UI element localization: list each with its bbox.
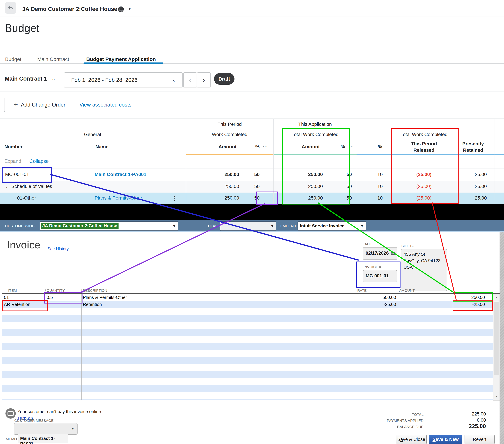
save-close-label-rest: ve & Close bbox=[403, 437, 425, 442]
column-menu-icon-2[interactable]: ⋯ bbox=[349, 143, 354, 149]
row-retained: 25.00 bbox=[444, 172, 487, 177]
customer-message-label: CUSTOMER MESSAGE bbox=[14, 419, 54, 423]
tab-main-contract[interactable]: Main Contract bbox=[37, 56, 69, 62]
select-caret-icon: ▼ bbox=[270, 224, 274, 228]
scroll-down-button[interactable]: ▼ bbox=[493, 393, 499, 400]
period-selector-value: Feb 1, 2026 - Feb 28, 2026 bbox=[71, 77, 138, 83]
save-new-button[interactable]: Save & New bbox=[429, 435, 462, 444]
row-number: 01-Other bbox=[17, 195, 36, 201]
customer-header-title: JA Demo Customer 2:Coffee House bbox=[22, 6, 117, 12]
row-tp-pct: 50 bbox=[243, 184, 260, 189]
window-scrollbar[interactable] bbox=[500, 232, 504, 444]
customer-job-dropdown[interactable]: JA Demo Customer 2:Coffee House ▼ bbox=[40, 221, 178, 231]
table-row-schedule-of-values[interactable]: ⌄ Schedule of Values 250.00 50 250.00 50… bbox=[0, 181, 504, 192]
page-title: Budget bbox=[5, 22, 39, 34]
header-dropdown-caret-icon[interactable]: ▾ bbox=[128, 6, 131, 11]
scroll-up-button[interactable]: ▲ bbox=[493, 294, 499, 301]
description-cell[interactable]: Plans & Permits-Other bbox=[83, 295, 127, 300]
rate-cell[interactable]: 500.00 bbox=[359, 295, 396, 300]
template-label: TEMPLATE bbox=[278, 224, 297, 228]
column-header-pct-3: % bbox=[366, 144, 394, 150]
active-tab-underline bbox=[84, 63, 163, 64]
row-name-link[interactable]: Main Contract 1-PA001 bbox=[95, 172, 146, 177]
plus-icon: + bbox=[14, 101, 18, 108]
invoice-number-field[interactable]: MC-001-01 bbox=[363, 270, 397, 282]
period-caret-icon: ⌄ bbox=[172, 77, 177, 83]
contract-selector[interactable]: Main Contract 1 bbox=[5, 75, 47, 82]
bill-to-field[interactable]: 456 Any St AnyCity, CA 94123 USA bbox=[401, 249, 447, 291]
kebab-menu-icon[interactable]: ⋮ bbox=[172, 195, 178, 202]
column-menu-icon-1[interactable]: ⋯ bbox=[263, 143, 268, 149]
items-header-amount: AMOUNT bbox=[399, 289, 415, 292]
row-retained: 25.00 bbox=[444, 184, 487, 189]
scrollbar-thumb[interactable] bbox=[494, 302, 499, 375]
calendar-icon[interactable]: ▦ bbox=[391, 251, 395, 256]
save-close-button[interactable]: Save & Close bbox=[396, 435, 427, 444]
column-header-amount-2: Amount bbox=[270, 144, 320, 150]
select-caret-icon: ▼ bbox=[173, 224, 176, 228]
template-dropdown[interactable]: Intuit Service Invoice ▼ bbox=[298, 221, 366, 231]
expand-collapse-separator: | bbox=[25, 158, 27, 164]
item-cell[interactable]: 01 bbox=[4, 295, 9, 300]
item-cell[interactable]: AR Retention bbox=[4, 302, 30, 307]
tab-budget[interactable]: Budget bbox=[5, 56, 21, 62]
app-icon-button[interactable] bbox=[5, 2, 16, 14]
customer-job-label: CUSTOMER:JOB bbox=[5, 224, 35, 228]
row-pct: 10 bbox=[366, 184, 394, 189]
tab-budget-payment-application[interactable]: Budget Payment Application bbox=[86, 56, 156, 62]
view-associated-costs-link[interactable]: View associated costs bbox=[79, 102, 131, 108]
online-payment-note: Your customer can't pay this invoice onl… bbox=[18, 409, 101, 414]
group-header-general: General bbox=[0, 132, 185, 137]
add-change-order-button[interactable]: + Add Change Order bbox=[4, 98, 75, 112]
table-row-line-item-selected[interactable]: 01-Other Plans & Permits-Other ⋮ 250.00 … bbox=[0, 192, 504, 204]
period-selector[interactable]: Feb 1, 2026 - Feb 28, 2026 ⌄ bbox=[64, 72, 182, 87]
grid-scrollbar[interactable]: ▲ ▼ bbox=[493, 293, 500, 400]
chevron-down-icon[interactable]: ⌄ bbox=[5, 183, 9, 189]
previous-period-button[interactable]: ‹ bbox=[183, 72, 197, 87]
row-ta-amount: 250.00 bbox=[273, 195, 323, 201]
row-ta-pct: 50 bbox=[335, 195, 352, 201]
expand-link[interactable]: Expand bbox=[4, 158, 21, 164]
item-row-2[interactable]: AR Retention Retention -25.00 -25.00 bbox=[2, 301, 493, 308]
items-grid[interactable]: 01 0.5 Plans & Permits-Other 500.00 250.… bbox=[2, 293, 493, 400]
screen: JA Demo Customer 2:Coffee House ▾ Budget… bbox=[0, 0, 504, 444]
select-caret-icon: ▼ bbox=[360, 224, 364, 228]
row-ta-amount: 250.00 bbox=[273, 184, 323, 189]
this-period-underline bbox=[186, 154, 273, 155]
amount-cell[interactable]: 250.00 bbox=[447, 295, 485, 300]
date-value: 02/17/2026 bbox=[366, 251, 389, 256]
see-history-link[interactable]: See History bbox=[48, 246, 69, 251]
customer-message-dropdown[interactable]: ▼ bbox=[14, 423, 77, 435]
sub-header-work-completed: Work Completed bbox=[186, 132, 273, 137]
chevron-right-icon: › bbox=[202, 76, 205, 84]
row-released: (25.00) bbox=[396, 184, 451, 189]
bill-to-line1: 456 Any St bbox=[404, 252, 425, 257]
chevron-left-icon: ‹ bbox=[189, 76, 191, 84]
column-header-pct-2: % bbox=[330, 144, 345, 150]
row-ta-amount: 250.00 bbox=[273, 172, 323, 177]
contract-selector-caret-icon[interactable]: ⌄ bbox=[52, 76, 55, 82]
row-pct: 10 bbox=[366, 172, 394, 177]
item-row-1[interactable]: 01 0.5 Plans & Permits-Other 500.00 250.… bbox=[2, 294, 493, 301]
row-ta-pct: 50 bbox=[335, 184, 352, 189]
amount-cell[interactable]: -25.00 bbox=[447, 302, 485, 307]
row-tp-pct: 50 bbox=[243, 172, 260, 177]
separator-band bbox=[0, 204, 504, 220]
date-field[interactable]: 02/17/2026 ▦ bbox=[363, 247, 397, 260]
class-dropdown[interactable]: ▼ bbox=[220, 221, 276, 231]
group-header-this-application: This Application bbox=[273, 121, 357, 127]
bill-to-line2: AnyCity, CA 94123 bbox=[404, 258, 440, 263]
next-period-button[interactable]: › bbox=[197, 72, 211, 87]
revert-button[interactable]: Revert bbox=[465, 435, 495, 444]
retention-underline bbox=[357, 154, 504, 155]
row-tp-amount: 250.00 bbox=[188, 195, 239, 201]
memo-field[interactable]: Main Contract 1-PA001 bbox=[18, 434, 68, 443]
total-label: TOTAL bbox=[369, 412, 424, 417]
quantity-cell[interactable]: 0.5 bbox=[47, 295, 53, 300]
description-cell[interactable]: Retention bbox=[83, 302, 102, 307]
collapse-link[interactable]: Collapse bbox=[29, 158, 49, 164]
row-name-link[interactable]: Plans & Permits-Other bbox=[95, 195, 142, 201]
rate-cell[interactable]: -25.00 bbox=[359, 302, 396, 307]
bill-to-line3: USA bbox=[404, 265, 413, 270]
table-row-summary[interactable]: MC-001-01 Main Contract 1-PA001 250.00 5… bbox=[0, 169, 504, 181]
